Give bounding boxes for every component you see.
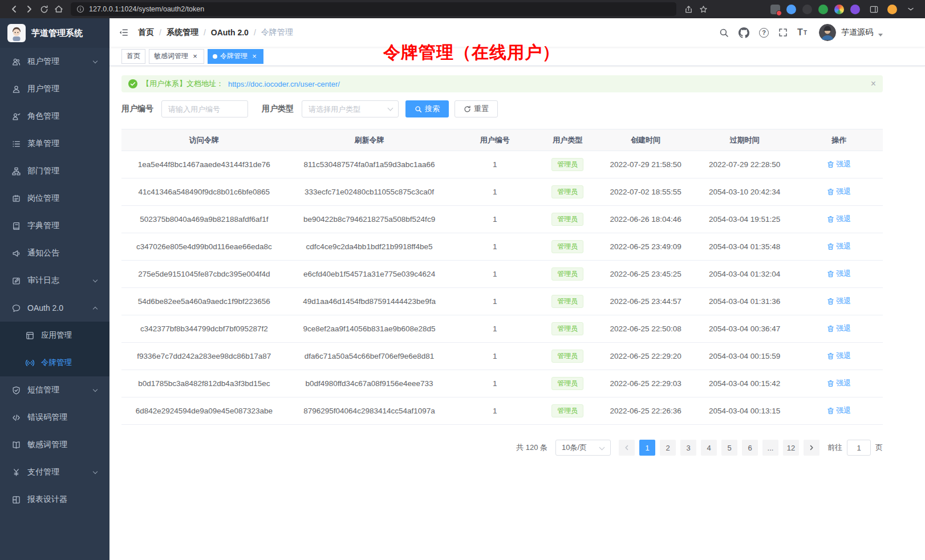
browser-home-icon[interactable] xyxy=(51,2,66,16)
search-icon[interactable] xyxy=(719,28,729,38)
force-logout-button[interactable]: 强退 xyxy=(827,186,851,197)
pagination-prev-button[interactable] xyxy=(619,440,635,456)
pagination-page-1[interactable]: 1 xyxy=(639,440,655,456)
browser-url-bar[interactable]: 127.0.0.1:1024/system/oauth2/token xyxy=(71,2,676,16)
sidebar-item-sensitive[interactable]: 敏感词管理 xyxy=(0,431,109,458)
pagination-page-12[interactable]: 12 xyxy=(783,440,799,456)
user-type-select[interactable] xyxy=(302,100,399,117)
access-token-cell: 41c41346a548490f9dc8b01c6bfe0865 xyxy=(121,178,287,206)
force-logout-button[interactable]: 强退 xyxy=(827,378,851,388)
sidebar-item-log[interactable]: 审计日志 xyxy=(0,267,109,294)
user-id-cell: 1 xyxy=(452,261,538,288)
refresh-token-cell: 49d1aa46d1454fbd87591444423be9fa xyxy=(287,288,452,315)
sidebar-item-dept[interactable]: 部门管理 xyxy=(0,157,109,185)
extension-colorful-icon[interactable] xyxy=(834,5,844,14)
fullscreen-icon[interactable] xyxy=(778,28,788,37)
font-size-icon[interactable] xyxy=(797,27,807,38)
page-size-select[interactable]: 10条/页 xyxy=(555,440,611,456)
pagination-page-2[interactable]: 2 xyxy=(660,440,676,456)
sidebar-item-oauth[interactable]: OAuth 2.0 xyxy=(0,294,109,322)
post-icon xyxy=(11,194,21,203)
alert-close-icon[interactable]: × xyxy=(871,79,876,89)
pagination-page-4[interactable]: 4 xyxy=(701,440,717,456)
action-cell: 强退 xyxy=(795,288,883,315)
pay-icon xyxy=(11,468,21,477)
force-logout-button[interactable]: 强退 xyxy=(827,405,851,416)
sidebar-item-label: 错误码管理 xyxy=(27,412,97,423)
browser-forward-icon[interactable] xyxy=(22,2,36,16)
force-logout-button[interactable]: 强退 xyxy=(827,351,851,361)
pagination-page-5[interactable]: 5 xyxy=(721,440,737,456)
force-logout-button[interactable]: 强退 xyxy=(827,323,851,334)
browser-chrome: 127.0.0.1:1024/system/oauth2/token xyxy=(0,0,925,18)
tab-close-icon[interactable]: × xyxy=(250,52,258,60)
sidebar-item-label: 令牌管理 xyxy=(41,358,97,368)
sidebar-toggle-icon[interactable] xyxy=(866,2,881,16)
sidebar-item-dict[interactable]: 字典管理 xyxy=(0,212,109,240)
pagination-next-button[interactable] xyxy=(804,440,819,456)
user-id-input[interactable] xyxy=(161,100,248,117)
breadcrumb-separator: / xyxy=(254,28,256,37)
browser-menu-icon[interactable] xyxy=(903,2,918,16)
pagination-page-6[interactable]: 6 xyxy=(742,440,758,456)
sidebar-item-errcode[interactable]: 错误码管理 xyxy=(0,404,109,431)
browser-reload-icon[interactable] xyxy=(36,2,51,16)
sidebar-item-token[interactable]: 令牌管理 xyxy=(0,349,109,376)
browser-back-icon[interactable] xyxy=(7,2,22,16)
breadcrumb-item[interactable]: OAuth 2.0 xyxy=(211,28,249,37)
force-logout-button[interactable]: 强退 xyxy=(827,214,851,224)
user-type-select-input[interactable] xyxy=(302,100,399,117)
sidebar-item-tenant[interactable]: 租户管理 xyxy=(0,48,109,75)
tab-令牌管理[interactable]: 令牌管理× xyxy=(208,49,263,64)
app-logo[interactable]: 芋道管理系统 xyxy=(0,18,109,48)
breadcrumb-item[interactable]: 首页 xyxy=(138,27,154,38)
username[interactable]: 芋道源码 xyxy=(841,27,873,38)
tab-首页[interactable]: 首页 xyxy=(121,49,145,64)
user-id-cell: 1 xyxy=(452,397,538,425)
sidebar-item-report[interactable]: 报表设计器 xyxy=(0,486,109,513)
search-button[interactable]: 搜索 xyxy=(405,100,449,117)
extension-dark-icon[interactable] xyxy=(802,5,812,14)
help-icon[interactable] xyxy=(759,28,769,38)
table-row: 41c41346a548490f9dc8b01c6bfe0865333ecfc7… xyxy=(121,178,883,206)
sidebar-item-role[interactable]: 角色管理 xyxy=(0,103,109,130)
force-logout-button[interactable]: 强退 xyxy=(827,296,851,306)
force-logout-button[interactable]: 强退 xyxy=(827,241,851,251)
sidebar-item-pay[interactable]: 支付管理 xyxy=(0,458,109,486)
sidebar-item-post[interactable]: 岗位管理 xyxy=(0,185,109,212)
github-icon[interactable] xyxy=(739,27,749,38)
extension-blue-icon[interactable] xyxy=(786,5,796,14)
expire-time-cell: 2054-03-10 20:42:34 xyxy=(694,178,796,206)
expire-time-cell: 2054-03-04 00:36:47 xyxy=(694,315,796,343)
site-info-icon[interactable] xyxy=(76,5,84,13)
goto-page-input[interactable] xyxy=(847,440,871,456)
share-icon[interactable] xyxy=(681,2,696,16)
pagination-page-3[interactable]: 3 xyxy=(680,440,696,456)
tab-敏感词管理[interactable]: 敏感词管理× xyxy=(149,49,204,64)
bookmark-star-icon[interactable] xyxy=(696,2,711,16)
pagination-goto: 前往 页 xyxy=(827,440,883,456)
column-header: 过期时间 xyxy=(694,129,796,151)
sidebar-item-user[interactable]: 用户管理 xyxy=(0,75,109,103)
sidebar-item-app[interactable]: 应用管理 xyxy=(0,322,109,349)
table-row: 1ea5e44f8bc1467aaede43144f31de76811c5304… xyxy=(121,151,883,178)
tab-close-icon[interactable]: × xyxy=(191,52,199,60)
force-logout-button[interactable]: 强退 xyxy=(827,159,851,169)
extension-paw-icon[interactable] xyxy=(850,5,860,14)
sidebar-item-sms[interactable]: 短信管理 xyxy=(0,376,109,404)
user-avatar[interactable] xyxy=(819,24,836,41)
doc-link[interactable]: https://doc.iocoder.cn/user-center/ xyxy=(228,80,340,88)
sidebar-item-menu[interactable]: 菜单管理 xyxy=(0,130,109,157)
force-logout-button[interactable]: 强退 xyxy=(827,269,851,279)
extension-green-icon[interactable] xyxy=(818,5,828,14)
user-type-badge: 管理员 xyxy=(551,295,583,308)
extension-pin-icon[interactable] xyxy=(770,5,780,14)
browser-profile-avatar[interactable] xyxy=(887,5,897,14)
sidebar-item-notice[interactable]: 通知公告 xyxy=(0,240,109,267)
sidebar-item-label: 应用管理 xyxy=(41,330,97,340)
pagination-more-button[interactable]: ... xyxy=(762,440,778,456)
reset-button[interactable]: 重置 xyxy=(455,100,498,117)
breadcrumb-item[interactable]: 系统管理 xyxy=(167,27,198,38)
user-type-cell: 管理员 xyxy=(538,151,597,178)
hamburger-icon[interactable] xyxy=(119,28,129,37)
